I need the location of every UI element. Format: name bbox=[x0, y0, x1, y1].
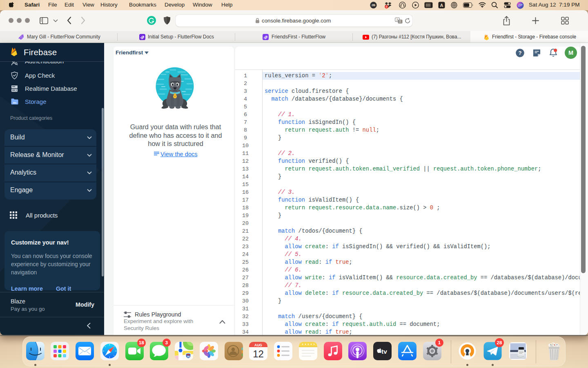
svg-text:280: 280 bbox=[187, 356, 190, 358]
svg-text:2B: 2B bbox=[372, 3, 376, 7]
svg-text:tv: tv bbox=[381, 348, 387, 355]
svg-text:12: 12 bbox=[253, 348, 264, 359]
svg-text:A: A bbox=[440, 3, 443, 8]
svg-text:文: 文 bbox=[399, 20, 402, 23]
svg-text:7: 7 bbox=[386, 5, 388, 8]
svg-text:AUG: AUG bbox=[254, 343, 262, 347]
